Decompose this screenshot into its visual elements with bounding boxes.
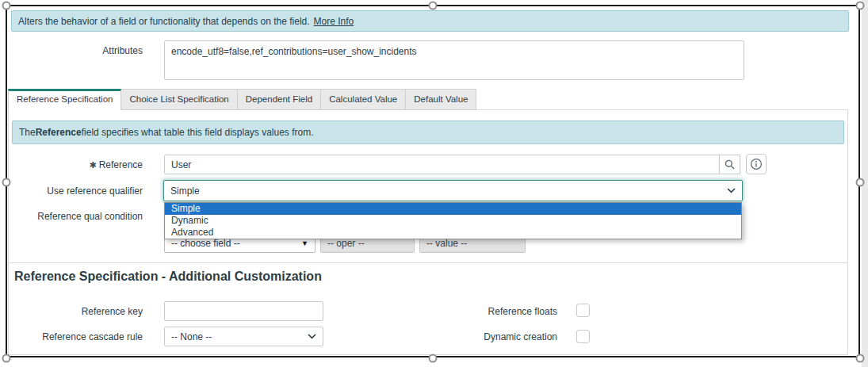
value-placeholder: -- value -- (426, 238, 467, 249)
banner-text-bold: Reference (36, 127, 82, 138)
tab-dependent-field[interactable]: Dependent Field (237, 89, 321, 110)
info-icon (750, 158, 763, 170)
dynamic-creation-label: Dynamic creation (426, 331, 557, 342)
reference-help-button[interactable] (746, 154, 767, 174)
reference-lookup-button[interactable] (719, 155, 740, 174)
dropdown-arrow-icon: ▼ (301, 239, 308, 247)
tab-label: Dependent Field (246, 94, 312, 104)
reference-key-label: Reference key (11, 306, 143, 317)
reference-label-wrap: ✱Reference (11, 159, 143, 170)
reference-qual-condition-label: Reference qual condition (11, 211, 143, 222)
section-divider (9, 262, 847, 263)
tab-label: Choice List Specification (129, 94, 228, 104)
chevron-down-icon (727, 188, 736, 193)
use-reference-qualifier-select[interactable]: Simple (163, 180, 743, 201)
field-behavior-info-banner: Alters the behavior of a field or functi… (11, 10, 849, 32)
dynamic-creation-checkbox[interactable] (576, 330, 590, 343)
use-reference-qualifier-label: Use reference qualifier (11, 185, 143, 197)
reference-label: Reference (99, 159, 143, 170)
resize-handle-middle-left[interactable] (2, 178, 11, 187)
banner-text-prefix: The (19, 127, 36, 138)
choose-field-value: -- choose field -- (171, 238, 240, 249)
info-banner-text: Alters the behavior of a field or functi… (18, 16, 310, 27)
resize-handle-bottom-center[interactable] (429, 354, 438, 363)
tab-label: Reference Specification (17, 94, 113, 104)
required-asterisk-icon: ✱ (89, 160, 96, 170)
attributes-label: Attributes (11, 45, 143, 56)
reference-floats-checkbox[interactable] (576, 304, 590, 317)
reference-key-input[interactable] (164, 301, 323, 321)
tab-choice-list-specification[interactable]: Choice List Specification (120, 89, 237, 110)
tab-label: Calculated Value (329, 94, 397, 104)
screenshot-stage: Alters the behavior of a field or functi… (0, 0, 868, 367)
cascade-rule-value: -- None -- (171, 331, 212, 342)
reference-floats-label: Reference floats (426, 306, 557, 317)
qualifier-selected-value: Simple (170, 185, 200, 197)
tab-strip: Reference Specification Choice List Spec… (8, 89, 476, 110)
oper-value: -- oper -- (327, 238, 365, 249)
search-icon (725, 159, 735, 170)
reference-info-banner: The Reference field specifies what table… (12, 120, 844, 144)
dropdown-option-simple[interactable]: Simple (165, 203, 741, 215)
resize-handle-middle-right[interactable] (856, 178, 865, 187)
tab-label: Default Value (414, 94, 468, 104)
dropdown-option-dynamic[interactable]: Dynamic (165, 215, 741, 227)
dropdown-option-advanced[interactable]: Advanced (165, 227, 741, 239)
tab-default-value[interactable]: Default Value (405, 89, 476, 110)
attributes-input[interactable]: encode_utf8=false,ref_contributions=user… (164, 40, 744, 80)
reference-input[interactable] (164, 155, 720, 174)
banner-text-suffix: field specifies what table this field di… (82, 127, 314, 138)
resize-handle-bottom-left[interactable] (2, 354, 11, 363)
tab-reference-specification[interactable]: Reference Specification (8, 89, 121, 110)
qualifier-dropdown-menu: Simple Dynamic Advanced (164, 202, 742, 239)
reference-cascade-rule-label: Reference cascade rule (11, 331, 143, 342)
tab-calculated-value[interactable]: Calculated Value (320, 89, 406, 110)
chevron-down-icon (308, 334, 316, 339)
resize-handle-bottom-right[interactable] (856, 354, 865, 363)
reference-cascade-rule-select[interactable]: -- None -- (164, 327, 323, 346)
more-info-link[interactable]: More Info (314, 16, 354, 27)
resize-handle-top-center[interactable] (429, 2, 438, 10)
additional-customization-heading: Reference Specification - Additional Cus… (14, 270, 322, 284)
resize-handle-top-right[interactable] (856, 2, 865, 10)
resize-handle-top-left[interactable] (2, 2, 11, 10)
